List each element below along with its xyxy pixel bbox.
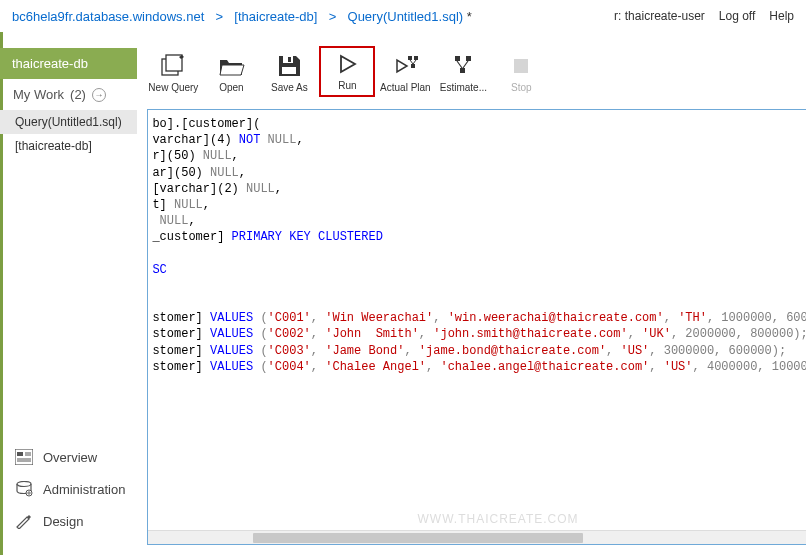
- save-as-label: Save As: [271, 82, 308, 93]
- scrollbar-thumb[interactable]: [253, 533, 583, 543]
- new-query-label: New Query: [148, 82, 198, 93]
- svg-rect-14: [414, 56, 418, 60]
- svg-line-16: [410, 60, 413, 64]
- nav-design[interactable]: Design: [3, 505, 137, 537]
- content-area: New Query Open Save As Run Actual Plan E…: [137, 32, 806, 555]
- new-query-button[interactable]: New Query: [145, 50, 201, 97]
- horizontal-scrollbar[interactable]: [148, 530, 806, 544]
- run-button[interactable]: Run: [319, 46, 375, 97]
- breadcrumb-sep: >: [212, 9, 227, 24]
- open-icon: [217, 54, 245, 78]
- nav-administration[interactable]: Administration: [3, 473, 137, 505]
- stop-button: Stop: [493, 50, 549, 97]
- breadcrumb-query[interactable]: Query(Untitled1.sql): [348, 9, 464, 24]
- nav-design-label: Design: [43, 514, 83, 529]
- stop-label: Stop: [511, 82, 532, 93]
- svg-rect-11: [288, 57, 291, 62]
- svg-rect-13: [408, 56, 412, 60]
- open-label: Open: [219, 82, 243, 93]
- run-label: Run: [338, 80, 356, 91]
- sql-editor-content[interactable]: bo].[customer]( varchar](4) NOT NULL, r]…: [148, 110, 806, 530]
- svg-rect-19: [466, 56, 471, 61]
- svg-line-17: [413, 60, 416, 64]
- svg-line-21: [457, 61, 462, 68]
- header-bar: bc6hela9fr.database.windows.net > [thaic…: [0, 0, 806, 32]
- stop-icon: [507, 54, 535, 78]
- new-query-icon: [159, 54, 187, 78]
- svg-line-22: [463, 61, 468, 68]
- db-header: thaicreate-db: [0, 48, 137, 79]
- work-item-query[interactable]: Query(Untitled1.sql): [0, 110, 137, 134]
- overview-icon: [15, 449, 33, 465]
- svg-rect-0: [15, 449, 33, 465]
- svg-rect-1: [17, 452, 23, 456]
- my-work-count: (2): [70, 87, 86, 102]
- run-icon: [333, 52, 361, 76]
- open-button[interactable]: Open: [203, 50, 259, 97]
- svg-rect-15: [411, 64, 415, 68]
- svg-rect-18: [455, 56, 460, 61]
- sql-editor[interactable]: bo].[customer]( varchar](4) NOT NULL, r]…: [147, 109, 806, 545]
- svg-point-6: [17, 482, 31, 487]
- work-item-db[interactable]: [thaicreate-db]: [0, 134, 137, 158]
- help-link[interactable]: Help: [769, 9, 794, 23]
- breadcrumb-sep: >: [325, 9, 340, 24]
- save-icon: [275, 54, 303, 78]
- nav-overview[interactable]: Overview: [3, 441, 137, 473]
- actual-plan-icon: [391, 54, 419, 78]
- administration-icon: [15, 481, 33, 497]
- svg-rect-12: [282, 67, 296, 74]
- nav-overview-label: Overview: [43, 450, 97, 465]
- estimate-button[interactable]: Estimate...: [435, 50, 491, 97]
- dirty-indicator: *: [467, 9, 472, 24]
- breadcrumb-db[interactable]: [thaicreate-db]: [234, 9, 317, 24]
- user-label: r: thaicreate-user: [614, 9, 705, 23]
- actual-plan-button[interactable]: Actual Plan: [377, 50, 433, 97]
- header-right: r: thaicreate-user Log off Help: [614, 9, 794, 23]
- logoff-link[interactable]: Log off: [719, 9, 755, 23]
- design-icon: [15, 513, 33, 529]
- my-work-label: My Work: [13, 87, 64, 102]
- breadcrumb: bc6hela9fr.database.windows.net > [thaic…: [12, 9, 472, 24]
- my-work-header[interactable]: My Work (2) →: [3, 79, 137, 110]
- actual-plan-label: Actual Plan: [380, 82, 431, 93]
- save-as-button[interactable]: Save As: [261, 50, 317, 97]
- estimate-label: Estimate...: [440, 82, 487, 93]
- svg-rect-20: [460, 68, 465, 73]
- nav-administration-label: Administration: [43, 482, 125, 497]
- sidebar: thaicreate-db My Work (2) → Query(Untitl…: [0, 32, 137, 555]
- breadcrumb-server[interactable]: bc6hela9fr.database.windows.net: [12, 9, 204, 24]
- estimate-icon: [449, 54, 477, 78]
- toolbar: New Query Open Save As Run Actual Plan E…: [141, 40, 806, 107]
- svg-rect-23: [514, 59, 528, 73]
- arrow-right-icon: →: [92, 88, 106, 102]
